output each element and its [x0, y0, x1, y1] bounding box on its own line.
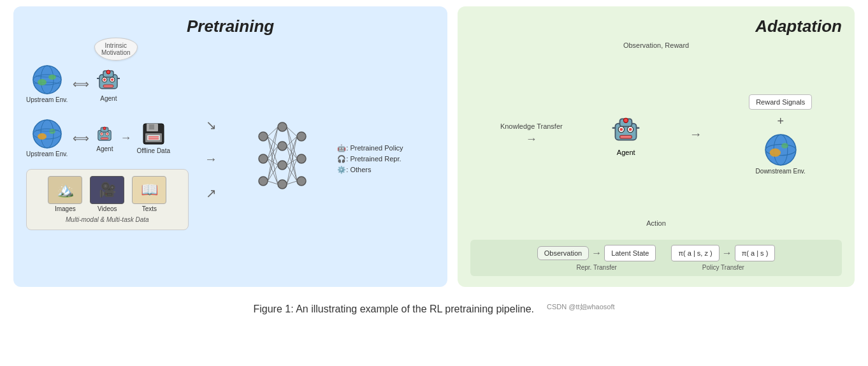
svg-rect-33	[148, 136, 159, 138]
svg-line-56	[268, 181, 278, 184]
multimodal-box: 🏔️ Images 🎥 Videos 📖 Texts Multi-modal &	[26, 169, 189, 230]
svg-rect-76	[620, 135, 632, 138]
videos-label: Videos	[98, 205, 117, 212]
pretraining-panel: Pretraining IntrinsicMotivation	[13, 6, 447, 287]
plus-sign: +	[777, 115, 784, 128]
svg-line-67	[287, 159, 297, 184]
svg-point-40	[278, 161, 287, 170]
arrow-to-nn-mid: →	[205, 152, 217, 166]
svg-point-74	[620, 128, 623, 131]
main-diagram: Pretraining IntrinsicMotivation	[13, 6, 855, 287]
svg-rect-32	[147, 135, 160, 140]
adaptation-panel: Adaptation Observation, Reward Knowledge…	[458, 6, 855, 287]
adaptation-title: Adaptation	[470, 17, 842, 36]
svg-line-61	[287, 146, 297, 159]
svg-rect-34	[148, 138, 159, 140]
transfer-arrow-2: →	[722, 247, 732, 259]
globe-icon-2	[32, 119, 62, 149]
observation-box: Observation	[537, 246, 589, 260]
svg-point-75	[629, 128, 632, 131]
svg-point-26	[106, 133, 108, 135]
latent-state-box: Latent State	[604, 245, 656, 261]
arrow-right-1: →	[120, 131, 131, 145]
double-arrow-1: ⟺	[73, 77, 89, 91]
svg-line-50	[268, 146, 278, 159]
svg-point-43	[297, 154, 306, 163]
agent-robot-icon-1	[94, 66, 122, 94]
svg-point-7	[106, 70, 110, 74]
agent-robot-icon-2	[94, 124, 115, 144]
globe-icon-1	[32, 64, 62, 95]
svg-point-39	[278, 142, 287, 150]
texts-label: Texts	[142, 205, 157, 212]
agent-label-1: Agent	[100, 95, 117, 102]
svg-point-22	[103, 127, 106, 129]
svg-point-41	[278, 180, 287, 189]
svg-point-36	[259, 154, 268, 163]
videos-icon: 🎥	[90, 176, 124, 204]
agent-to-env-arrow: →	[690, 127, 702, 142]
svg-point-38	[278, 122, 287, 131]
svg-point-44	[297, 177, 306, 186]
svg-point-3	[38, 79, 47, 85]
multimodal-label: Multi-modal & Multi-task Data	[34, 216, 180, 223]
svg-point-25	[101, 133, 103, 135]
policy-transfer-label: Policy Transfer	[702, 264, 744, 271]
action-label: Action	[470, 219, 842, 227]
floppy-disk-icon	[141, 122, 166, 146]
texts-icon: 📖	[132, 176, 166, 204]
images-label: Images	[55, 205, 76, 212]
svg-point-37	[259, 177, 268, 186]
downstream-env-globe-icon	[764, 133, 797, 166]
svg-rect-27	[101, 138, 109, 140]
svg-point-15	[33, 120, 61, 148]
svg-point-79	[765, 135, 796, 165]
figure-caption-row: Figure 1: An illustrating example of the…	[253, 298, 614, 315]
knowledge-transfer-arrow: →	[526, 133, 537, 146]
svg-point-71	[624, 118, 628, 122]
repr-transfer-label: Repr. Transfer	[576, 264, 616, 271]
pretraining-title: Pretraining	[26, 17, 435, 36]
reward-signals-box: Reward Signals	[749, 94, 812, 110]
images-icon: 🏔️	[48, 176, 82, 204]
policy-sz-box: π( a | s, z )	[671, 245, 719, 261]
svg-point-11	[111, 78, 113, 81]
svg-point-83	[781, 143, 788, 149]
arrow-to-nn-top: ↘	[206, 117, 217, 133]
double-arrow-2: ⟺	[73, 131, 89, 145]
svg-line-68	[287, 181, 297, 184]
svg-point-82	[769, 148, 780, 156]
downstream-env-label: Downstream Env.	[756, 168, 806, 175]
svg-rect-12	[103, 85, 113, 87]
obs-reward-label: Observation, Reward	[470, 41, 842, 49]
csdn-watermark: CSDN @tt姐whaosoft	[547, 302, 615, 312]
adaptation-agent-icon	[609, 113, 642, 146]
svg-point-42	[297, 132, 306, 141]
intrinsic-motivation-cloud: IntrinsicMotivation	[94, 38, 138, 61]
arrow-to-nn-bot: ↗	[206, 186, 217, 201]
policy-s-box: π( a | s )	[735, 245, 776, 261]
adaptation-agent-label: Agent	[617, 149, 635, 156]
svg-point-18	[38, 133, 47, 140]
svg-line-52	[268, 159, 278, 184]
neural-network	[234, 41, 331, 276]
figure-caption: Figure 1: An illustrating example of the…	[253, 304, 534, 315]
transfer-arrow-1: →	[591, 247, 602, 259]
svg-point-35	[259, 132, 268, 141]
offline-data-label: Offline Data	[136, 147, 170, 154]
svg-point-0	[33, 66, 61, 94]
upstream-env-label-2: Upstream Env.	[26, 150, 68, 157]
legend-policy: 🤖: Pretrained Policy	[337, 144, 435, 152]
upstream-env-label-1: Upstream Env.	[26, 96, 68, 103]
legend-repr: 🎧: Pretrained Repr.	[337, 155, 435, 163]
legend-others: ⚙️: Others	[337, 166, 435, 174]
knowledge-transfer-label: Knowledge Transfer	[500, 122, 563, 130]
svg-point-4	[48, 75, 56, 80]
svg-point-10	[103, 78, 106, 81]
agent-label-2: Agent	[96, 145, 113, 152]
legend: 🤖: Pretrained Policy 🎧: Pretrained Repr.…	[337, 41, 435, 276]
transfer-row: Observation → Latent State Repr. Transfe…	[470, 240, 842, 276]
svg-rect-30	[149, 124, 154, 129]
